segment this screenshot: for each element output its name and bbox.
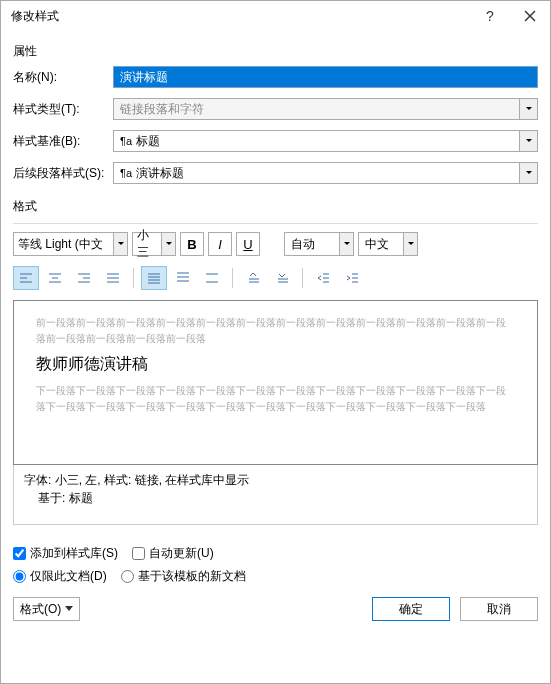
format-menu-label: 格式(O) (20, 601, 61, 618)
svg-marker-33 (65, 606, 73, 611)
this-doc-label: 仅限此文档(D) (30, 568, 107, 585)
based-on-dropdown[interactable]: ¶a标题 (113, 130, 538, 152)
next-style-label: 后续段落样式(S): (13, 165, 113, 182)
format-menu-button[interactable]: 格式(O) (13, 597, 80, 621)
desc-line-2: 基于: 标题 (24, 489, 527, 507)
ok-button[interactable]: 确定 (372, 597, 450, 621)
font-family-dropdown[interactable]: 等线 Light (中文 (13, 232, 128, 256)
style-type-label: 样式类型(T): (13, 101, 113, 118)
chevron-down-icon[interactable] (161, 233, 175, 255)
align-center-button[interactable] (42, 266, 68, 290)
next-style-dropdown[interactable]: ¶a演讲标题 (113, 162, 538, 184)
chevron-down-icon[interactable] (113, 233, 127, 255)
style-type-dropdown: 链接段落和字符 (113, 98, 538, 120)
spacing-1-button[interactable] (141, 266, 167, 290)
auto-update-input[interactable] (132, 547, 145, 560)
section-properties: 属性 (13, 43, 538, 60)
separator (302, 268, 303, 288)
chevron-down-icon (519, 99, 537, 119)
spacing-2-button[interactable] (199, 266, 225, 290)
align-right-button[interactable] (71, 266, 97, 290)
font-size-dropdown[interactable]: 小三 (132, 232, 176, 256)
chevron-down-icon[interactable] (339, 233, 353, 255)
chevron-down-icon[interactable] (403, 233, 417, 255)
chevron-down-icon[interactable] (519, 163, 537, 183)
underline-button[interactable]: U (236, 232, 260, 256)
indent-dec-button[interactable] (310, 266, 336, 290)
font-family-value: 等线 Light (中文 (14, 236, 113, 253)
add-to-gallery-checkbox[interactable]: 添加到样式库(S) (13, 545, 118, 562)
indent-inc-button[interactable] (339, 266, 365, 290)
pilcrow-icon: ¶a (120, 167, 132, 179)
auto-update-checkbox[interactable]: 自动更新(U) (132, 545, 214, 562)
space-before-dec-button[interactable] (269, 266, 295, 290)
auto-update-label: 自动更新(U) (149, 545, 214, 562)
cancel-button[interactable]: 取消 (460, 597, 538, 621)
add-to-gallery-label: 添加到样式库(S) (30, 545, 118, 562)
close-button[interactable] (510, 1, 550, 31)
font-size-value: 小三 (133, 227, 161, 261)
preview-pane: 前一段落前一段落前一段落前一段落前一段落前一段落前一段落前一段落前一段落前一段落… (13, 300, 538, 465)
style-description: 字体: 小三, 左, 样式: 链接, 在样式库中显示 基于: 标题 (13, 465, 538, 525)
preview-before-text: 前一段落前一段落前一段落前一段落前一段落前一段落前一段落前一段落前一段落前一段落… (36, 315, 515, 347)
separator (133, 268, 134, 288)
separator (232, 268, 233, 288)
font-color-value: 自动 (285, 236, 339, 253)
space-before-inc-button[interactable] (240, 266, 266, 290)
based-on-value: ¶a标题 (114, 133, 519, 150)
name-label: 名称(N): (13, 69, 113, 86)
desc-line-1: 字体: 小三, 左, 样式: 链接, 在样式库中显示 (24, 471, 527, 489)
chevron-down-icon[interactable] (519, 131, 537, 151)
language-value: 中文 (359, 236, 403, 253)
section-format: 格式 (13, 198, 538, 215)
this-doc-radio[interactable]: 仅限此文档(D) (13, 568, 107, 585)
style-type-value: 链接段落和字符 (114, 101, 519, 118)
pilcrow-icon: ¶a (120, 135, 132, 147)
close-icon (524, 10, 536, 22)
bold-button[interactable]: B (180, 232, 204, 256)
preview-sample-text: 教师师德演讲稿 (36, 351, 515, 377)
preview-after-text: 下一段落下一段落下一段落下一段落下一段落下一段落下一段落下一段落下一段落下一段落… (36, 383, 515, 415)
name-input[interactable] (113, 66, 538, 88)
align-justify-button[interactable] (100, 266, 126, 290)
italic-button[interactable]: I (208, 232, 232, 256)
template-label: 基于该模板的新文档 (138, 568, 246, 585)
this-doc-input[interactable] (13, 570, 26, 583)
dialog-title: 修改样式 (11, 8, 470, 25)
add-to-gallery-input[interactable] (13, 547, 26, 560)
next-style-value: ¶a演讲标题 (114, 165, 519, 182)
template-input[interactable] (121, 570, 134, 583)
based-on-label: 样式基准(B): (13, 133, 113, 150)
template-radio[interactable]: 基于该模板的新文档 (121, 568, 246, 585)
spacing-1-5-button[interactable] (170, 266, 196, 290)
font-color-dropdown[interactable]: 自动 (284, 232, 354, 256)
caret-down-icon (65, 606, 73, 612)
help-button[interactable]: ? (470, 1, 510, 31)
align-left-button[interactable] (13, 266, 39, 290)
language-dropdown[interactable]: 中文 (358, 232, 418, 256)
